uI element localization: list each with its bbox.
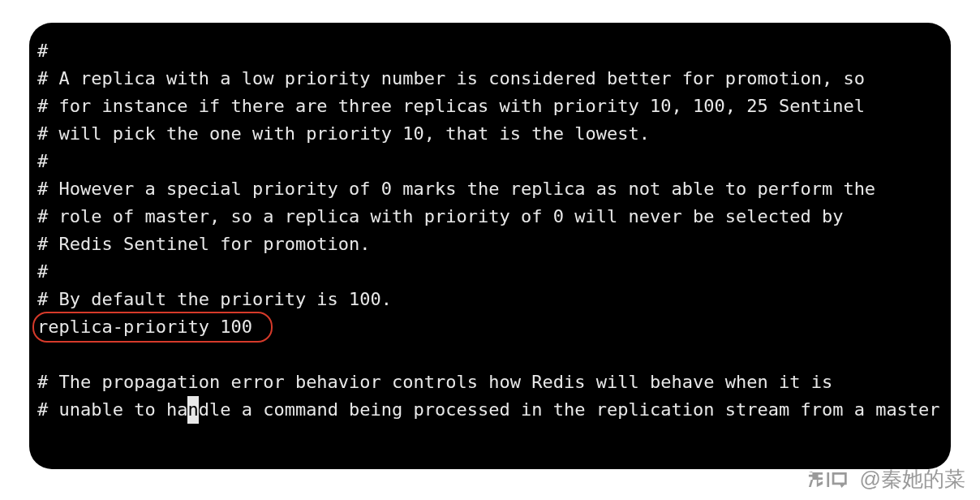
config-key-value: replica-priority 100 (37, 317, 252, 337)
comment-line: # Redis Sentinel for promotion. (37, 234, 371, 254)
comment-line: # However a special priority of 0 marks … (37, 179, 875, 199)
config-setting-line: replica-priority 100 (37, 313, 252, 341)
comment-line: # will pick the one with priority 10, th… (37, 123, 650, 144)
terminal-window: # # A replica with a low priority number… (29, 23, 951, 469)
comment-line: # (37, 41, 48, 61)
watermark: @秦她的菜 (808, 465, 965, 494)
comment-line: # role of master, so a replica with prio… (37, 206, 843, 226)
comment-line: # (37, 261, 48, 282)
comment-line: # for instance if there are three replic… (37, 96, 865, 116)
zhihu-logo-icon (808, 470, 852, 489)
watermark-author: @秦她的菜 (860, 465, 965, 494)
text-cursor: n (187, 396, 198, 424)
comment-tail-post: dle a command being processed in the rep… (199, 399, 940, 420)
comment-line: # (37, 151, 48, 171)
config-text: # # A replica with a low priority number… (37, 37, 943, 424)
comment-line: # A replica with a low priority number i… (37, 68, 865, 88)
comment-line: # By default the priority is 100. (37, 289, 392, 309)
svg-rect-0 (827, 472, 829, 487)
